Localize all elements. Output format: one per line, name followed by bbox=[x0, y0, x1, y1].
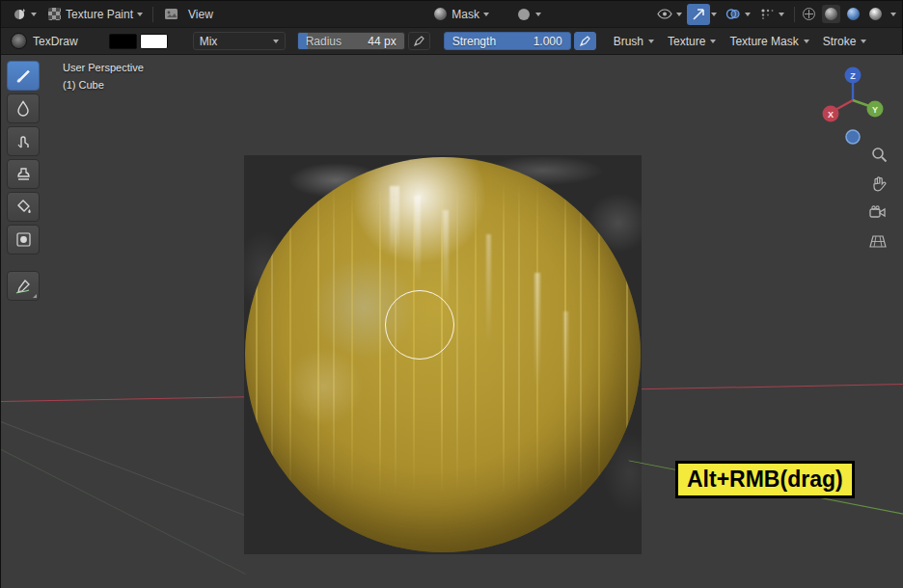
shading-material-button[interactable] bbox=[844, 5, 862, 23]
brush-panel-label: Brush bbox=[614, 35, 643, 48]
radius-label: Radius bbox=[298, 35, 369, 48]
grid-line-faint-2 bbox=[1, 442, 246, 575]
tool-clone-button[interactable] bbox=[7, 159, 40, 189]
chevron-down-icon bbox=[648, 40, 654, 43]
viewport-header: Texture Paint View Mask bbox=[1, 1, 902, 28]
chevron-down-icon bbox=[779, 13, 784, 16]
camera-icon bbox=[869, 205, 887, 220]
chevron-down-icon bbox=[483, 13, 489, 16]
tool-fill-button[interactable] bbox=[7, 192, 40, 222]
separator bbox=[152, 7, 153, 22]
eye-icon bbox=[657, 7, 672, 22]
chevron-down-icon bbox=[137, 13, 143, 16]
chevron-down-icon bbox=[710, 40, 716, 43]
overlays-dropdown-chevron[interactable] bbox=[745, 13, 751, 16]
fill-bucket-icon bbox=[15, 199, 32, 215]
pan-button[interactable] bbox=[868, 173, 889, 194]
tool-soften-button[interactable] bbox=[7, 94, 40, 123]
image-icon bbox=[163, 7, 178, 22]
shading-wireframe-button[interactable] bbox=[800, 5, 818, 23]
image-select-button[interactable] bbox=[158, 4, 183, 25]
mode-label: Texture Paint bbox=[66, 8, 133, 21]
texture-mask-panel-label: Texture Mask bbox=[729, 35, 798, 48]
stroke-panel-dropdown[interactable]: Stroke bbox=[819, 32, 871, 51]
perspective-label: User Perspective bbox=[63, 62, 144, 73]
strength-pressure-toggle[interactable] bbox=[574, 32, 596, 50]
brush-cursor-circle bbox=[385, 290, 454, 360]
view-menu[interactable]: View bbox=[183, 5, 218, 24]
gizmo-dropdown-chevron[interactable] bbox=[711, 13, 717, 16]
submenu-indicator bbox=[33, 294, 37, 298]
mask-icon bbox=[15, 231, 32, 248]
radius-pressure-toggle[interactable] bbox=[408, 32, 430, 50]
primary-color-swatch[interactable] bbox=[109, 34, 137, 49]
gizmo-toggle[interactable] bbox=[687, 4, 710, 25]
brush-name: TexDraw bbox=[31, 35, 84, 48]
blender-window: Texture Paint View Mask bbox=[0, 0, 903, 588]
overlays-toggle[interactable] bbox=[721, 4, 744, 25]
camera-view-button[interactable] bbox=[867, 201, 889, 223]
annotate-pencil-icon bbox=[14, 278, 32, 295]
radius-value: 44 px bbox=[368, 35, 403, 48]
texture-panel-dropdown[interactable]: Texture bbox=[664, 32, 720, 51]
rendered-sphere-icon bbox=[869, 8, 882, 20]
painted-sphere-object[interactable] bbox=[245, 157, 641, 552]
chevron-down-icon bbox=[861, 40, 866, 43]
shading-rendered-button[interactable] bbox=[866, 5, 885, 23]
strength-slider[interactable]: Strength 1.000 bbox=[444, 32, 571, 50]
tool-annotate-button[interactable] bbox=[7, 271, 40, 301]
chevron-down-icon bbox=[804, 40, 809, 43]
draw-brush-icon bbox=[14, 67, 32, 85]
hint-label: Alt+RMB(drag) bbox=[675, 461, 855, 498]
grid-line-faint-1 bbox=[1, 414, 271, 526]
falloff-dots-icon bbox=[759, 7, 775, 22]
tool-column bbox=[7, 61, 43, 301]
brush-preview-button[interactable] bbox=[7, 30, 31, 52]
strength-label: Strength bbox=[445, 35, 534, 48]
object-name-label: (1) Cube bbox=[63, 79, 104, 91]
mask-dropdown[interactable]: Mask bbox=[427, 4, 494, 25]
select-arrow-icon bbox=[691, 7, 706, 22]
x-axis-label: X bbox=[828, 110, 834, 120]
blend-mode-value: Mix bbox=[200, 35, 267, 48]
shading-solid-button[interactable] bbox=[822, 5, 840, 23]
viewport-3d[interactable]: User Perspective (1) Cube Alt+RMB(drag) … bbox=[1, 55, 903, 588]
editor-type-icon bbox=[12, 7, 27, 22]
stroke-panel-label: Stroke bbox=[823, 35, 857, 48]
brush-panel-dropdown[interactable]: Brush bbox=[610, 32, 658, 51]
tool-settings-bar: TexDraw Mix Radius 44 px Strength 1.000 … bbox=[1, 28, 902, 55]
tool-draw-button[interactable] bbox=[7, 61, 40, 91]
chevron-down-icon bbox=[676, 13, 682, 16]
chevron-down-icon bbox=[535, 13, 541, 16]
falloff-dropdown[interactable] bbox=[754, 4, 789, 25]
navigation-gizmo[interactable]: Z X Y bbox=[819, 61, 887, 153]
magnifier-icon bbox=[871, 147, 888, 163]
shading-dropdown-chevron[interactable] bbox=[890, 13, 896, 16]
mode-selector[interactable]: Texture Paint bbox=[41, 4, 148, 25]
wireframe-sphere-icon bbox=[803, 8, 815, 20]
texture-panel-label: Texture bbox=[668, 35, 705, 48]
tool-mask-button[interactable] bbox=[7, 225, 40, 254]
shading-mode-group bbox=[800, 5, 896, 23]
material-sphere-icon bbox=[847, 8, 860, 20]
stylus-icon bbox=[579, 35, 591, 47]
mask-label: Mask bbox=[452, 8, 479, 21]
y-axis-label: Y bbox=[872, 105, 878, 115]
editor-type-button[interactable] bbox=[7, 4, 41, 25]
texture-slot-dropdown[interactable] bbox=[511, 4, 546, 25]
chevron-down-icon bbox=[31, 13, 37, 16]
radius-slider[interactable]: Radius 44 px bbox=[297, 32, 405, 50]
hand-icon bbox=[871, 175, 887, 192]
ortho-toggle-button[interactable] bbox=[867, 230, 889, 252]
strength-value: 1.000 bbox=[534, 35, 570, 48]
blend-mode-dropdown[interactable]: Mix bbox=[193, 32, 286, 50]
secondary-color-swatch[interactable] bbox=[140, 34, 168, 49]
visibility-dropdown[interactable] bbox=[652, 4, 687, 25]
zoom-button[interactable] bbox=[868, 144, 889, 165]
texture-slot-icon bbox=[516, 7, 532, 22]
white-paint-streaks bbox=[245, 157, 641, 552]
tool-smear-button[interactable] bbox=[7, 126, 40, 156]
texture-mask-panel-dropdown[interactable]: Texture Mask bbox=[725, 32, 812, 51]
minus-z-axis-ball[interactable] bbox=[846, 130, 860, 144]
perspective-grid-icon bbox=[869, 234, 887, 249]
